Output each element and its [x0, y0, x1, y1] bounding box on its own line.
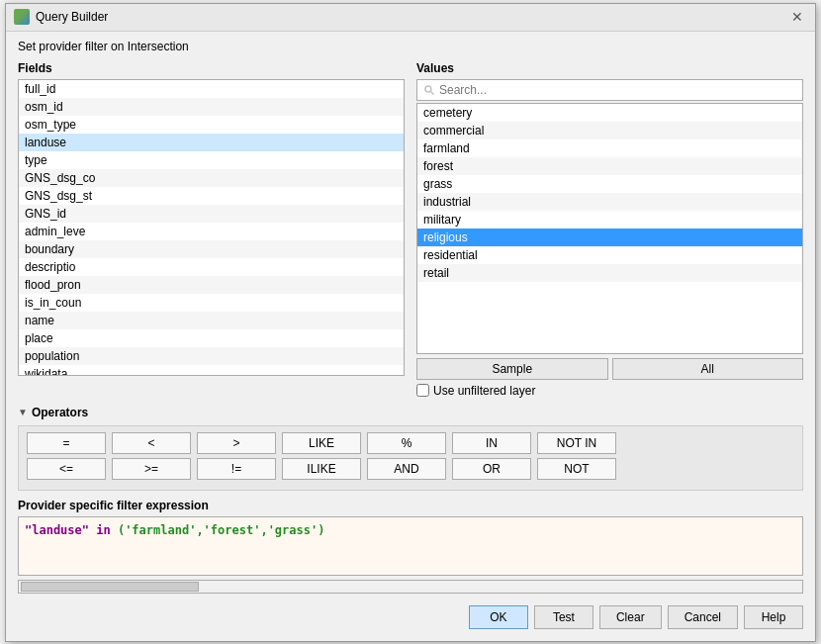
field-item[interactable]: full_id: [19, 80, 404, 98]
field-item[interactable]: boundary: [19, 240, 404, 258]
unfiltered-row: Use unfiltered layer: [416, 384, 803, 398]
field-item[interactable]: admin_leve: [19, 223, 404, 240]
fields-list-container: full_idosm_idosm_typelandusetypeGNS_dsg_…: [18, 79, 405, 376]
app-icon: [14, 9, 30, 25]
svg-point-0: [425, 85, 431, 91]
cancel-button[interactable]: Cancel: [668, 605, 738, 629]
operator-button[interactable]: LIKE: [282, 432, 361, 454]
values-label: Values: [416, 61, 803, 75]
clear-button[interactable]: Clear: [599, 605, 662, 629]
field-item[interactable]: GNS_dsg_co: [19, 169, 404, 187]
op-row-2: <=>=!=ILIKEANDORNOT: [27, 458, 794, 480]
values-panel: Values cemeterycommercialfarmlandforestg…: [416, 61, 803, 398]
expression-box[interactable]: "landuse" in ('farmland','forest','grass…: [18, 516, 803, 576]
field-item[interactable]: GNS_dsg_st: [19, 187, 404, 205]
sample-button[interactable]: Sample: [416, 358, 608, 380]
expression-scrollbar[interactable]: [18, 580, 803, 594]
help-button[interactable]: Help: [744, 605, 803, 629]
field-item[interactable]: osm_type: [19, 116, 404, 134]
dialog-body: Set provider filter on Intersection Fiel…: [6, 32, 815, 641]
close-button[interactable]: ✕: [787, 10, 807, 24]
field-item[interactable]: population: [19, 347, 404, 365]
values-buttons: Sample All: [416, 358, 803, 380]
value-item[interactable]: cemetery: [417, 104, 802, 122]
operator-button[interactable]: %: [367, 432, 446, 454]
value-item[interactable]: industrial: [417, 193, 802, 211]
field-item[interactable]: osm_id: [19, 98, 404, 116]
operators-arrow: ▼: [18, 407, 28, 417]
operator-button[interactable]: =: [27, 432, 106, 454]
operator-button[interactable]: AND: [367, 458, 446, 480]
svg-line-1: [431, 91, 434, 94]
value-item[interactable]: religious: [417, 229, 802, 246]
test-button[interactable]: Test: [534, 605, 593, 629]
field-item[interactable]: place: [19, 329, 404, 347]
provider-label: Set provider filter on Intersection: [18, 40, 803, 53]
value-item[interactable]: retail: [417, 264, 802, 282]
value-item[interactable]: forest: [417, 157, 802, 175]
value-item[interactable]: military: [417, 211, 802, 229]
titlebar: Query Builder ✕: [6, 4, 815, 32]
all-button[interactable]: All: [612, 358, 804, 380]
operators-panel: =<>LIKE%INNOT IN <=>=!=ILIKEANDORNOT: [18, 425, 803, 491]
dialog-title: Query Builder: [36, 10, 108, 24]
operator-button[interactable]: NOT: [537, 458, 616, 480]
field-item[interactable]: name: [19, 312, 404, 329]
search-icon: [423, 84, 435, 96]
query-builder-dialog: Query Builder ✕ Set provider filter on I…: [5, 3, 816, 642]
values-list[interactable]: cemeterycommercialfarmlandforestgrassind…: [416, 103, 803, 354]
scrollbar-thumb: [21, 582, 199, 592]
titlebar-left: Query Builder: [14, 9, 108, 25]
field-item[interactable]: flood_pron: [19, 276, 404, 294]
operator-button[interactable]: OR: [452, 458, 531, 480]
field-item[interactable]: wikidata: [19, 365, 404, 376]
fields-label: Fields: [18, 61, 405, 75]
operator-button[interactable]: ILIKE: [282, 458, 361, 480]
fields-values-section: Fields full_idosm_idosm_typelandusetypeG…: [18, 61, 803, 398]
expression-green: ('farmland','forest','grass'): [118, 523, 325, 537]
ok-button[interactable]: OK: [469, 605, 528, 629]
operator-button[interactable]: !=: [197, 458, 276, 480]
unfiltered-label: Use unfiltered layer: [433, 384, 535, 398]
operator-button[interactable]: NOT IN: [537, 432, 616, 454]
values-search-input[interactable]: [439, 83, 796, 97]
fields-list[interactable]: full_idosm_idosm_typelandusetypeGNS_dsg_…: [18, 79, 405, 376]
bottom-buttons: OK Test Clear Cancel Help: [18, 599, 803, 633]
expression-purple: "landuse" in: [25, 523, 118, 537]
operators-title: Operators: [32, 406, 88, 419]
field-item[interactable]: is_in_coun: [19, 294, 404, 312]
operator-button[interactable]: >=: [112, 458, 191, 480]
value-item[interactable]: farmland: [417, 139, 802, 157]
op-row-1: =<>LIKE%INNOT IN: [27, 432, 794, 454]
expression-label: Provider specific filter expression: [18, 499, 803, 512]
fields-panel: Fields full_idosm_idosm_typelandusetypeG…: [18, 61, 405, 398]
field-item[interactable]: descriptio: [19, 258, 404, 276]
operator-button[interactable]: <: [112, 432, 191, 454]
search-box: [416, 79, 803, 101]
operator-button[interactable]: <=: [27, 458, 106, 480]
field-item[interactable]: type: [19, 151, 404, 169]
operator-button[interactable]: >: [197, 432, 276, 454]
field-item[interactable]: GNS_id: [19, 205, 404, 223]
operator-button[interactable]: IN: [452, 432, 531, 454]
value-item[interactable]: grass: [417, 175, 802, 193]
operators-section-header: ▼ Operators: [18, 406, 803, 419]
field-item[interactable]: landuse: [19, 134, 404, 151]
unfiltered-checkbox[interactable]: [416, 384, 429, 397]
value-item[interactable]: commercial: [417, 122, 802, 139]
value-item[interactable]: residential: [417, 246, 802, 264]
